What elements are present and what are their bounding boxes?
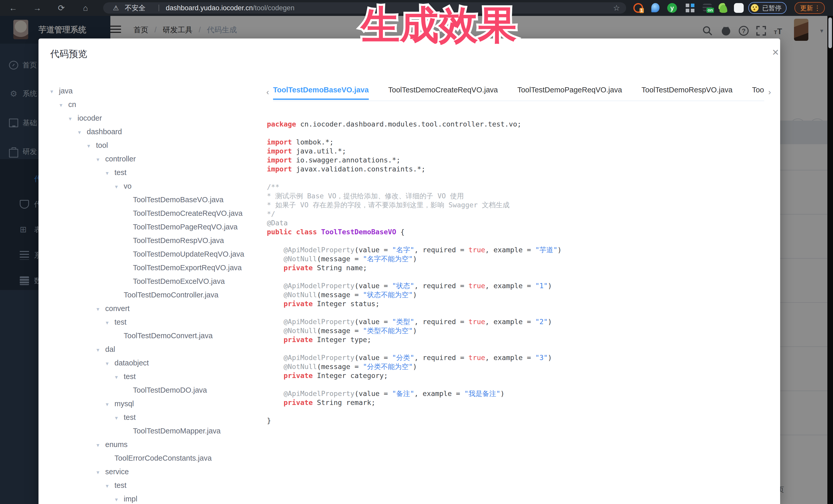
tree-folder-enums[interactable]: ▾enums [50,438,258,451]
tab-ToolTe[interactable]: ToolTe [752,85,764,100]
code-line: @ApiModelProperty(value = "状态", required… [267,281,770,290]
security-label[interactable]: 不安全 [125,2,145,14]
code-line: private String name; [267,263,770,272]
tree-folder-test[interactable]: ▾test [50,315,258,329]
code-line: } [267,416,770,425]
tree-file-ToolTestDemoConvert.java[interactable]: ToolTestDemoConvert.java [50,329,258,342]
code-line: @ApiModelProperty(value = "分类", required… [267,353,770,362]
caret-down-icon[interactable]: ▾ [96,153,103,166]
caret-down-icon[interactable]: ▾ [78,125,84,139]
tree-folder-dashboard[interactable]: ▾dashboard [50,125,258,139]
tree-file-ToolTestDemoExcelVO.java[interactable]: ToolTestDemoExcelVO.java [50,274,258,288]
caret-down-icon[interactable]: ▾ [60,98,66,112]
code-line: public class ToolTestDemoBaseVO { [267,227,770,236]
ext-sprout-icon[interactable] [718,3,728,13]
code-line: * 测试示例 Base VO，提供给添加、修改、详细的子 VO 使用 [267,191,770,200]
code-line [267,128,770,138]
tab-ToolTestDemoRespVO.java[interactable]: ToolTestDemoRespVO.java [642,85,733,100]
caret-down-icon[interactable]: ▾ [96,438,103,452]
code-line: import io.swagger.annotations.*; [267,155,770,165]
tabs-prev-icon[interactable]: ‹ [264,87,271,97]
code-line: import javax.validation.constraints.*; [267,165,770,173]
caret-down-icon[interactable]: ▾ [115,180,121,193]
tree-folder-test[interactable]: ▾test [50,411,258,424]
code-line [267,344,770,353]
code-line: package cn.iocoder.dashboard.modules.too… [267,120,770,128]
caret-down-icon[interactable]: ▾ [115,493,121,504]
browser-scrollbar[interactable] [827,16,833,504]
ext-badge: 1 [640,8,644,13]
tree-folder-dataobject[interactable]: ▾dataobject [50,356,258,370]
tree-file-ToolTestDemoRespVO.java[interactable]: ToolTestDemoRespVO.java [50,234,258,247]
caret-down-icon[interactable]: ▾ [106,316,112,330]
tree-file-ToolTestDemoController.java[interactable]: ToolTestDemoController.java [50,288,258,302]
update-button[interactable]: 更新 ⋮ [794,2,825,14]
ext-puzzle-icon[interactable] [734,3,744,13]
tree-folder-service[interactable]: ▾service [50,465,258,479]
tree-file-ToolTestDemoExportReqVO.java[interactable]: ToolTestDemoExportReqVO.java [50,261,258,274]
caret-down-icon[interactable]: ▾ [50,85,56,98]
tree-folder-convert[interactable]: ▾convert [50,302,258,315]
tree-folder-iocoder[interactable]: ▾iocoder [50,111,258,125]
warning-icon: ⚠ [113,2,119,14]
paused-label: 已暂停 [762,4,781,11]
tree-file-ToolErrorCodeConstants.java[interactable]: ToolErrorCodeConstants.java [50,451,258,465]
tree-file-ToolTestDemoUpdateReqVO.java[interactable]: ToolTestDemoUpdateReqVO.java [50,247,258,261]
reload-icon[interactable]: ⟳ [55,2,67,14]
tree-file-ToolTestDemoBaseVO.java[interactable]: ToolTestDemoBaseVO.java [50,193,258,207]
tab-ToolTestDemoPageReqVO.java[interactable]: ToolTestDemoPageReqVO.java [517,85,622,100]
file-tree: ▾java▾cn▾iocoder▾dashboard▾tool▾controll… [50,84,258,504]
caret-down-icon[interactable]: ▾ [69,112,75,125]
tree-file-ToolTestDemoDO.java[interactable]: ToolTestDemoDO.java [50,383,258,397]
ext-gem-icon[interactable] [651,3,660,12]
code-line: @ApiModelProperty(value = "备注", example … [267,389,770,398]
code-line [267,173,770,183]
caret-down-icon[interactable]: ▾ [115,370,121,384]
caret-down-icon[interactable]: ▾ [115,411,121,425]
tabs-next-icon[interactable]: › [766,87,774,97]
ext-grid-icon[interactable] [685,3,695,13]
url-text[interactable]: dashboard.yudao.iocoder.cn/tool/codegen [166,2,294,14]
ext-green-y-icon[interactable]: y [667,3,677,13]
tree-file-ToolTestDemoPageReqVO.java[interactable]: ToolTestDemoPageReqVO.java [50,220,258,234]
tree-file-ToolTestDemoCreateReqVO.java[interactable]: ToolTestDemoCreateReqVO.java [50,207,258,220]
tree-folder-controller[interactable]: ▾controller [50,152,258,166]
code-block: package cn.iocoder.dashboard.modules.too… [267,120,770,497]
tree-folder-test[interactable]: ▾test [50,370,258,383]
tab-ToolTestDemoBaseVO.java[interactable]: ToolTestDemoBaseVO.java [273,85,369,100]
profile-chip[interactable]: 已暂停 [748,2,787,14]
caret-down-icon[interactable]: ▾ [106,398,112,411]
tree-folder-impl[interactable]: ▾impl [50,492,258,504]
tree-folder-cn[interactable]: ▾cn [50,98,258,111]
caret-down-icon[interactable]: ▾ [106,166,112,180]
tree-folder-dal[interactable]: ▾dal [50,342,258,356]
code-line: @NotNull(message = "分类不能为空") [267,362,770,371]
caret-down-icon[interactable]: ▾ [87,139,93,153]
tree-folder-mysql[interactable]: ▾mysql [50,397,258,411]
code-line [267,272,770,281]
tree-folder-java[interactable]: ▾java [50,84,258,98]
forward-icon[interactable]: → [31,2,43,14]
tree-folder-tool[interactable]: ▾tool [50,139,258,152]
close-icon[interactable]: ✕ [770,47,781,57]
caret-down-icon[interactable]: ▾ [96,465,103,479]
caret-down-icon[interactable]: ▾ [96,343,103,357]
tree-folder-test[interactable]: ▾test [50,166,258,179]
tree-file-ToolTestDemoMapper.java[interactable]: ToolTestDemoMapper.java [50,424,258,438]
caret-down-icon[interactable]: ▾ [96,302,103,316]
scrollbar-thumb[interactable] [828,18,832,48]
file-tabbar: ‹ ToolTestDemoBaseVO.javaToolTestDemoCre… [264,85,774,101]
code-line: @ApiModelProperty(value = "类型", required… [267,317,770,326]
back-icon[interactable]: ← [7,2,19,14]
tree-folder-test[interactable]: ▾test [50,479,258,492]
ext-list-icon[interactable]: on [703,4,712,11]
code-line [267,236,770,245]
ext-orange-icon[interactable]: 1 [633,3,643,13]
bookmark-star-icon[interactable]: ☆ [613,2,620,14]
home-icon[interactable]: ⌂ [79,2,91,14]
caret-down-icon[interactable]: ▾ [106,479,112,493]
tab-ToolTestDemoCreateReqVO.java[interactable]: ToolTestDemoCreateReqVO.java [388,85,498,100]
tree-folder-vo[interactable]: ▾vo [50,179,258,193]
menu-dots-icon[interactable]: ⋮ [814,3,821,13]
caret-down-icon[interactable]: ▾ [106,357,112,370]
